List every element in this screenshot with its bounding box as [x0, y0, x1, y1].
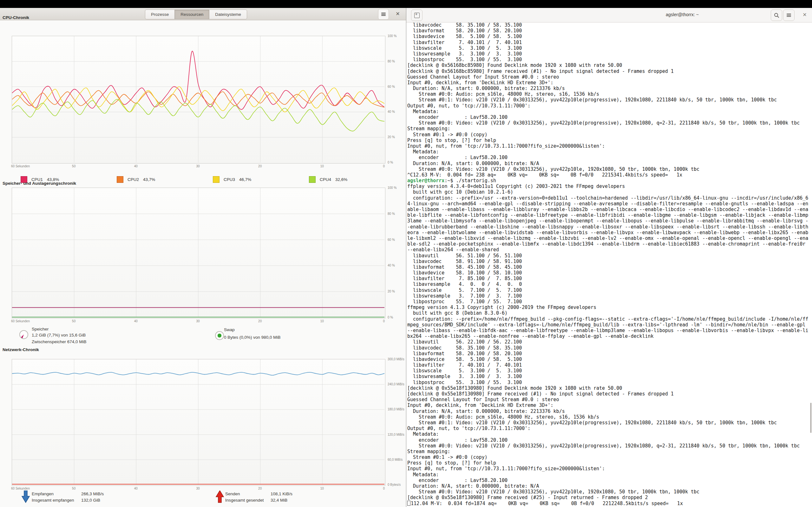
terminal-line: [decklink @ 0x55e18f130980] Frame receiv…	[407, 391, 812, 397]
x-tick-label: 50	[66, 164, 82, 168]
x-tick-label: 60 Sekunden	[11, 164, 30, 168]
y-tick-label: 20 %	[388, 290, 406, 293]
tab-ressourcen[interactable]: Ressourcen	[174, 9, 209, 19]
terminal-line: encoder : Lavf58.20.100	[407, 155, 812, 160]
terminal-line: Duration: N/A, start: 0.000000, bitrate:…	[407, 408, 812, 414]
terminal-line: libavformat 58. 45.100 / 58. 45.100	[407, 264, 812, 270]
terminal-line: [decklink @ 0x55e18f130980] Found Deckli…	[407, 385, 812, 391]
x-tick-label: 50	[66, 320, 82, 323]
net-recv-total-label: Insgesamt empfangen	[32, 498, 74, 503]
y-tick-label: 100 %	[388, 186, 406, 189]
terminal-line: ble-libflite --enable-libfontconfig --en…	[407, 212, 812, 218]
terminal-line: Stream #0:0: Video: v210 (V210 / 0x30313…	[407, 166, 812, 172]
x-tick-label: 30	[190, 487, 206, 490]
tab-dateisysteme[interactable]: Dateisysteme	[209, 9, 247, 19]
terminal-line: [decklink @ 0x55e18f130980] Frame receiv…	[407, 495, 812, 500]
terminal-line: Duration: N/A, start: 0.000000, bitrate:…	[407, 161, 812, 166]
terminal-line: libpostproc 55. 3.100 / 55. 3.100	[407, 57, 812, 62]
terminal-line: libavfilter 7. 40.101 / 7. 40.101	[407, 362, 812, 368]
system-monitor-window: Prozesse Ressourcen Dateisysteme ✕ CPU-C…	[0, 8, 406, 507]
net-send-total: 32,4 MiB	[270, 498, 287, 503]
terminal-output[interactable]: libavcodec 58. 35.100 / 58. 35.100 libav…	[406, 22, 812, 507]
memory-x-axis: 60 Sekunden50403020100	[12, 320, 386, 323]
terminal-line: Metadata:	[407, 431, 812, 437]
net-recv-total: 132,0 GiB	[81, 498, 100, 503]
terminal-line: libswscale 5. 3.100 / 5. 3.100	[407, 368, 812, 374]
hamburger-menu-icon	[786, 13, 791, 17]
swap-legend-title: Swap	[224, 327, 235, 332]
terminal-line: Metadata:	[407, 109, 812, 114]
network-section-title: Netzwerk-Chronik	[3, 347, 39, 352]
terminal-line: encoder : Lavf58.20.100	[407, 437, 812, 443]
y-tick-label: 120,0 MiB/s	[388, 433, 406, 436]
x-tick-label: 0	[383, 320, 385, 323]
terminal-line: Input #0, nut, from 'tcp://10.73.1.11:70…	[407, 466, 812, 471]
terminal-line: le-libxml2 --enable-libxvid --enable-lib…	[407, 235, 812, 241]
terminal-line: 112.04 M-V: 0.034 fd=1874 aq= 0KB vq= 0K…	[407, 501, 812, 506]
terminal-line: Guessed Channel Layout for Input Stream …	[407, 397, 812, 402]
net-send-label: Senden	[225, 492, 240, 496]
terminal-line: Stream #0:0: Audio: pcm_s16le, 48000 Hz,…	[407, 91, 812, 97]
terminal-line: libavcodec 58. 35.100 / 58. 35.100	[407, 345, 812, 351]
terminal-line: 4-linux-gnu --arch=amd64 --enable-gpl --…	[407, 201, 812, 207]
legend-item-cpu4: CPU4 32,6%	[309, 176, 347, 183]
y-tick-label: 300,0 MiB/s	[388, 357, 406, 361]
terminal-line: [decklink @ 0x56168bc85980] Frame receiv…	[407, 68, 812, 74]
terminal-line: libswscale 5. 3.100 / 5. 3.100	[407, 45, 812, 51]
memory-pie-icon	[19, 330, 28, 339]
chart-canvas	[12, 36, 385, 163]
search-button[interactable]	[771, 9, 782, 21]
cpu4-color-swatch	[309, 176, 316, 183]
terminal-line: ble-sdl2 --enable-pocketsphinx --enable-…	[407, 241, 812, 247]
terminal-line: Output #0, nut, to 'tcp://10.73.1.11:700…	[407, 103, 812, 109]
terminal-line: able-libaom --enable-libass --enable-lib…	[407, 207, 812, 212]
x-tick-label: 20	[252, 487, 268, 490]
new-tab-button[interactable]	[411, 9, 422, 21]
terminal-line: built with gcc 10 (Debian 10.2.1-6)	[407, 189, 812, 195]
terminal-line: --enable-libx264 --enable-shared	[407, 247, 812, 252]
terminal-scrollbar[interactable]	[810, 403, 811, 433]
terminal-line: Press [q] to stop, [?] for help	[407, 460, 812, 466]
x-tick-label: 60 Sekunden	[11, 487, 30, 490]
x-tick-label: 20	[252, 320, 268, 323]
y-tick-label: 20 %	[388, 135, 406, 139]
x-tick-label: 0	[383, 164, 385, 168]
cpu2-color-swatch	[117, 176, 123, 183]
y-tick-label: 40 %	[388, 110, 406, 113]
terminal-line: Stream #0:0: Audio: pcm_s16le, 48000 Hz,…	[407, 414, 812, 420]
terminal-line: libavdevice 58. 10.100 / 58. 10.100	[407, 270, 812, 276]
terminal-line: libswscale 5. 7.100 / 5. 7.100	[407, 287, 812, 293]
tab-prozesse[interactable]: Prozesse	[145, 9, 174, 19]
x-tick-label: 0	[383, 487, 385, 490]
search-icon	[774, 13, 779, 18]
memory-legend-title: Speicher	[32, 327, 49, 331]
terminal-line: libavcodec 58. 35.100 / 58. 35.100	[407, 22, 812, 28]
terminal-window: agsler@thorrx: ~ ✕ libavcodec 58. 35.100…	[406, 8, 812, 507]
terminal-menu-button[interactable]	[783, 9, 795, 21]
terminal-line: ffmpeg version 4.1.3 Copyright (c) 2000-…	[407, 304, 812, 310]
terminal-line: Output #0, nut, to 'tcp://10.73.1.11:700…	[407, 426, 812, 431]
x-tick-label: 20	[252, 164, 268, 168]
terminal-line: Duration: N/A, start: 0.000000, bitrate:…	[407, 483, 812, 489]
terminal-line: Stream #0:1: Video: v210 (V210 / 0x30313…	[407, 420, 812, 426]
close-window-button[interactable]: ✕	[394, 10, 402, 18]
net-recv-label: Empfangen	[32, 492, 54, 496]
close-terminal-button[interactable]: ✕	[801, 11, 809, 19]
x-tick-label: 10	[314, 164, 330, 168]
terminal-line: --enable-libass --enable-libfdk-aac --en…	[407, 328, 812, 333]
terminal-line: Metadata:	[407, 472, 812, 477]
terminal-line: Input #0, nut, from 'tcp://10.73.1.11:70…	[407, 143, 812, 149]
terminal-line: Press [q] to stop, [?] for help	[407, 137, 812, 143]
x-tick-label: 40	[128, 320, 144, 323]
y-tick-label: 80 %	[388, 212, 406, 216]
y-tick-label: 240,0 MiB/s	[388, 383, 406, 386]
swap-pie-icon	[215, 331, 224, 340]
terminal-line: agsler@thorrx:~$ ./startorig.sh	[407, 178, 812, 183]
terminal-line: configuration: --prefix=/home/nle/ffmpeg…	[407, 316, 812, 322]
primary-menu-button[interactable]	[378, 9, 389, 20]
y-tick-label: 40 %	[388, 264, 406, 267]
y-tick-label: 0 %	[388, 161, 406, 164]
terminal-line: encoder : Lavf58.20.100	[407, 477, 812, 483]
download-arrow-icon	[21, 491, 30, 503]
terminal-line: libavdevice 58. 5.100 / 58. 5.100	[407, 356, 812, 362]
